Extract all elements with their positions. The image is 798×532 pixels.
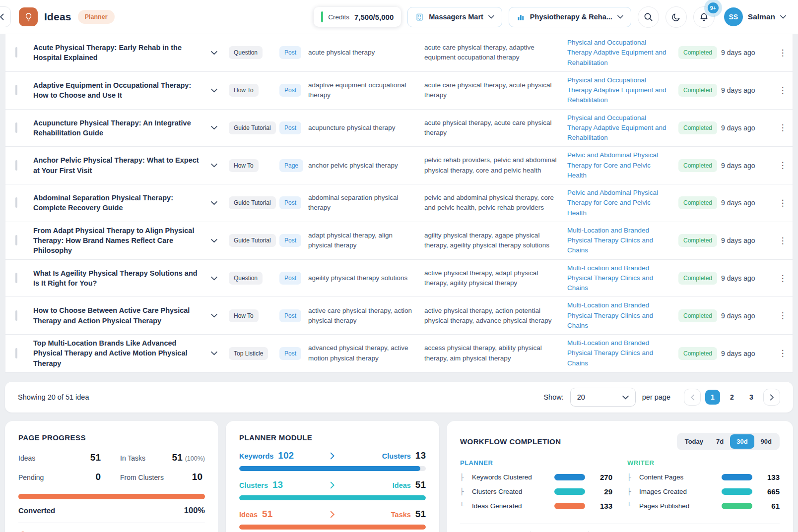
idea-title[interactable]: Adaptive Equipment in Occupational Thera… [33, 80, 211, 101]
primary-keyword: advanced physical therapy, active motion… [308, 343, 424, 363]
workspace-dropdown[interactable]: Massagers Mart [407, 7, 502, 27]
flow-to-label[interactable]: Ideas [393, 481, 411, 489]
flow-from-value: 102 [278, 450, 294, 461]
row-expand-chevron[interactable] [211, 313, 229, 318]
notifications-button[interactable]: 9+ [693, 6, 715, 28]
row-expand-chevron[interactable] [211, 88, 229, 93]
row-expand-chevron[interactable] [211, 201, 229, 205]
stat-label: From Clusters [120, 473, 164, 481]
page-number-button[interactable]: 2 [725, 390, 739, 405]
cluster-link[interactable]: Pelvic and Abdominal Physical Therapy fo… [567, 150, 678, 180]
idea-title[interactable]: Abdominal Separation Physical Therapy: C… [33, 193, 211, 213]
cluster-link[interactable]: Physical and Occupational Therapy Adapti… [567, 75, 678, 106]
credits-label: Credits [328, 13, 349, 21]
flow-from-label[interactable]: Ideas [239, 511, 258, 519]
stat-value: 0 [95, 472, 101, 482]
idea-title[interactable]: How to Choose Between Active Care Physic… [33, 305, 211, 326]
status-badge: Completed [678, 121, 717, 134]
row-menu-button[interactable]: ⋮ [773, 48, 793, 58]
dark-mode-button[interactable] [665, 6, 687, 28]
row-menu-button[interactable]: ⋮ [773, 273, 793, 284]
metric-label: Clusters Created [472, 488, 550, 495]
flow-to-label[interactable]: Tasks [391, 511, 411, 519]
range-option[interactable]: Today [678, 434, 710, 449]
table-row: Abdominal Separation Physical Therapy: C… [5, 184, 793, 222]
row-checkbox[interactable] [15, 235, 17, 245]
next-page-button[interactable] [763, 389, 780, 406]
row-checkbox[interactable] [15, 197, 17, 208]
workspace-label: Massagers Mart [429, 13, 483, 21]
idea-title[interactable]: From Adapt Physical Therapy to Align Phy… [33, 226, 211, 256]
metric-value: 133 [757, 473, 780, 481]
stat-value: 51 [90, 452, 101, 463]
row-date: 9 days ago [721, 274, 773, 282]
row-date: 9 days ago [721, 86, 773, 94]
metric-bar [554, 474, 585, 480]
row-menu-button[interactable]: ⋮ [773, 348, 793, 358]
prev-page-button[interactable] [684, 389, 701, 406]
idea-title[interactable]: What Is Ageility Physical Therapy Soluti… [33, 268, 211, 289]
cluster-link[interactable]: Multi-Location and Branded Physical Ther… [567, 338, 678, 368]
range-option[interactable]: 7d [710, 434, 730, 449]
row-menu-button[interactable]: ⋮ [773, 160, 793, 171]
related-keywords: acute physical therapy, acute care physi… [424, 118, 567, 138]
cluster-link[interactable]: Multi-Location and Branded Physical Ther… [567, 263, 678, 294]
project-dropdown[interactable]: Physiotherapy & Reha... [509, 7, 631, 27]
range-option[interactable]: 30d [730, 434, 754, 449]
bar-chart-icon [517, 13, 525, 21]
stat-label: Ideas [18, 454, 35, 462]
row-checkbox[interactable] [15, 47, 17, 58]
row-expand-chevron[interactable] [211, 351, 229, 355]
row-checkbox[interactable] [15, 85, 17, 95]
notification-count-badge: 9+ [708, 2, 719, 13]
metric-bar [722, 488, 752, 495]
page-size-select[interactable]: 20 [570, 388, 636, 407]
back-button[interactable] [0, 6, 11, 27]
idea-title[interactable]: Anchor Pelvic Physical Therapy: What to … [33, 155, 211, 176]
flow-to-label[interactable]: Clusters [382, 452, 411, 460]
page-number-button[interactable]: 3 [744, 390, 759, 405]
cluster-link[interactable]: Multi-Location and Branded Physical Ther… [567, 300, 678, 331]
flow-from-label[interactable]: Clusters [239, 481, 268, 489]
row-expand-chevron[interactable] [211, 125, 229, 130]
planner-column: PLANNER ├ Keywords Clustered 270 ├ Clust… [460, 459, 612, 516]
planner-badge: Planner [78, 10, 115, 24]
chevron-down-icon [780, 15, 786, 19]
search-button[interactable] [638, 6, 659, 28]
row-expand-chevron[interactable] [211, 238, 229, 243]
range-option[interactable]: 90d [754, 434, 778, 449]
credits-indicator: Credits 7,500/5,000 [314, 7, 401, 27]
status-badge: Completed [678, 347, 717, 360]
row-menu-button[interactable]: ⋮ [773, 122, 793, 133]
page-number-button[interactable]: 1 [705, 390, 720, 405]
row-checkbox[interactable] [15, 273, 17, 283]
related-keywords: active physical therapy, action potentia… [424, 306, 567, 326]
row-expand-chevron[interactable] [211, 276, 229, 281]
cluster-link[interactable]: Multi-Location and Branded Physical Ther… [567, 226, 678, 256]
idea-title[interactable]: Acupuncture Physical Therapy: An Integra… [33, 118, 211, 138]
idea-title[interactable]: Top Multi-Location Brands Like Advanced … [33, 338, 211, 368]
row-menu-button[interactable]: ⋮ [773, 85, 793, 96]
row-checkbox[interactable] [15, 348, 17, 358]
row-checkbox[interactable] [15, 122, 17, 133]
cluster-link[interactable]: Physical and Occupational Therapy Adapti… [567, 38, 678, 68]
idea-title[interactable]: Acute Physical Therapy: Early Rehab in t… [33, 43, 211, 63]
flow-from-label[interactable]: Keywords [239, 452, 273, 460]
row-checkbox[interactable] [15, 160, 17, 171]
pagination-bar: Showing 20 of 51 idea Show: 20 per page … [5, 382, 793, 413]
related-keywords: active physical therapy, adapt physical … [424, 268, 567, 289]
row-expand-chevron[interactable] [211, 163, 229, 168]
user-menu[interactable]: SS Salman [724, 7, 786, 26]
cluster-link[interactable]: Pelvic and Abdominal Physical Therapy fo… [567, 188, 678, 218]
row-checkbox[interactable] [15, 310, 17, 321]
cluster-link[interactable]: Physical and Occupational Therapy Adapti… [567, 113, 678, 143]
row-menu-button[interactable]: ⋮ [773, 310, 793, 321]
row-menu-button[interactable]: ⋮ [773, 198, 793, 208]
content-type-badge: How To [229, 84, 259, 97]
row-menu-button[interactable]: ⋮ [773, 236, 793, 246]
metric-label: Ideas Generated [472, 502, 550, 510]
page-size-value: 20 [577, 393, 585, 401]
row-expand-chevron[interactable] [211, 51, 229, 55]
primary-keyword: adaptive equipment occupational therapy [308, 80, 424, 101]
related-keywords: agility physical therapy, agape physical… [424, 231, 567, 251]
